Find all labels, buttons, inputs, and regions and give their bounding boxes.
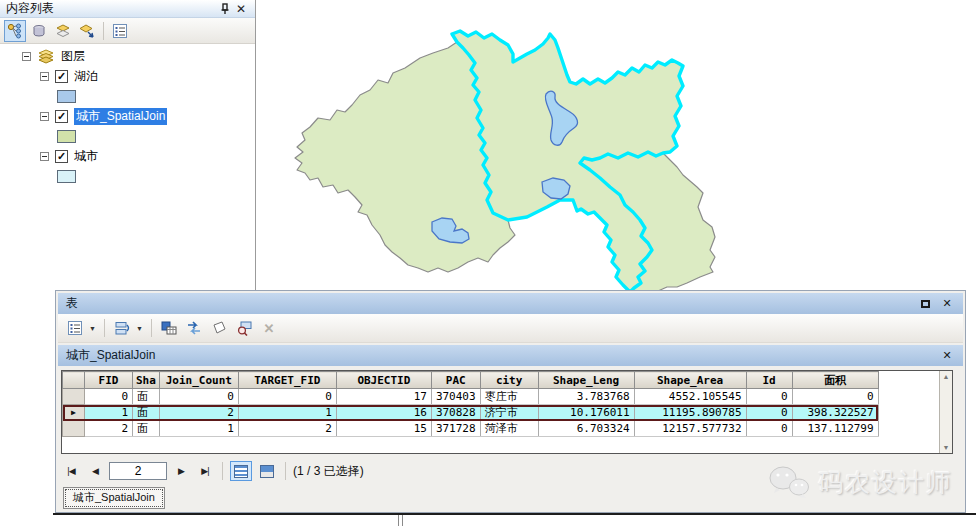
record-number-input[interactable] xyxy=(109,462,167,480)
column-header[interactable]: Join_Count xyxy=(159,372,238,389)
table-cell[interactable]: 枣庄市 xyxy=(480,389,538,405)
table-cell[interactable]: 0 xyxy=(746,405,792,421)
table-cell[interactable]: 16 xyxy=(336,405,431,421)
list-by-selection-icon[interactable] xyxy=(76,20,98,42)
table-cell[interactable]: 12157.577732 xyxy=(634,421,746,437)
table-cell[interactable]: 1 xyxy=(85,405,133,421)
pin-icon[interactable] xyxy=(217,2,233,16)
maximize-icon[interactable] xyxy=(917,296,933,311)
list-by-source-icon[interactable] xyxy=(28,20,50,42)
table-cell[interactable]: 137.112799 xyxy=(792,421,878,437)
row-indicator[interactable] xyxy=(63,389,85,405)
table-cell[interactable]: 11195.890785 xyxy=(634,405,746,421)
row-indicator[interactable]: ▶ xyxy=(63,405,85,421)
table-cell[interactable]: 济宁市 xyxy=(480,405,538,421)
toc-layer-item[interactable]: ✓湖泊 xyxy=(0,66,255,86)
collapse-icon[interactable] xyxy=(22,52,31,61)
column-header[interactable]: Sha xyxy=(133,372,160,389)
layer-label[interactable]: 城市 xyxy=(74,148,98,165)
layer-label[interactable]: 湖泊 xyxy=(74,68,98,85)
last-record-button[interactable]: ▶| xyxy=(195,462,215,480)
first-record-button[interactable]: |◀ xyxy=(61,462,81,480)
layer-symbol-swatch[interactable] xyxy=(57,130,76,143)
region-zaozhuang[interactable] xyxy=(580,152,715,292)
close-icon[interactable]: ✕ xyxy=(939,348,955,363)
collapse-icon[interactable] xyxy=(40,72,49,81)
layer-visibility-checkbox[interactable]: ✓ xyxy=(55,70,68,83)
column-header[interactable]: 面积 xyxy=(792,372,878,389)
list-by-drawing-order-icon[interactable] xyxy=(4,20,26,42)
list-by-visibility-icon[interactable] xyxy=(52,20,74,42)
dropdown-arrow-icon[interactable]: ▼ xyxy=(136,325,143,332)
table-cell[interactable]: 371728 xyxy=(431,421,480,437)
table-cell[interactable]: 15 xyxy=(336,421,431,437)
toc-root-item[interactable]: 图层 xyxy=(0,46,255,66)
clear-selection-icon[interactable] xyxy=(208,317,230,339)
close-icon[interactable]: ✕ xyxy=(233,2,249,16)
table-cell[interactable]: 面 xyxy=(133,405,160,421)
table-cell[interactable]: 0 xyxy=(85,389,133,405)
toc-layer-item[interactable]: ✓城市 xyxy=(0,146,255,166)
switch-selection-icon[interactable] xyxy=(183,317,205,339)
options-icon[interactable] xyxy=(109,20,131,42)
layer-visibility-checkbox[interactable]: ✓ xyxy=(55,110,68,123)
table-cell[interactable]: 0 xyxy=(746,389,792,405)
show-selected-records-button[interactable] xyxy=(256,461,278,481)
table-toolbar: ▼ ▼ ✕ xyxy=(58,314,963,343)
table-row[interactable]: 2面1215371728菏泽市6.70332412157.5777320137.… xyxy=(63,421,879,437)
table-cell[interactable]: 17 xyxy=(336,389,431,405)
layer-symbol-swatch[interactable] xyxy=(57,170,76,183)
column-header[interactable]: Id xyxy=(746,372,792,389)
table-cell[interactable]: 0 xyxy=(792,389,878,405)
table-cell[interactable]: 菏泽市 xyxy=(480,421,538,437)
map-view[interactable] xyxy=(258,0,976,296)
table-cell[interactable]: 1 xyxy=(159,421,238,437)
table-cell[interactable]: 0 xyxy=(159,389,238,405)
collapse-icon[interactable] xyxy=(40,112,49,121)
table-cell[interactable]: 370828 xyxy=(431,405,480,421)
collapse-icon[interactable] xyxy=(40,152,49,161)
column-header[interactable]: Shape_Leng xyxy=(538,372,634,389)
close-icon[interactable]: ✕ xyxy=(939,296,955,311)
toc-layer-item[interactable]: ✓城市_SpatialJoin xyxy=(0,106,255,126)
zoom-to-selected-icon[interactable] xyxy=(233,317,255,339)
layer-label[interactable]: 城市_SpatialJoin xyxy=(74,108,167,125)
column-header[interactable]: FID xyxy=(85,372,133,389)
table-cell[interactable]: 4552.105545 xyxy=(634,389,746,405)
select-by-attributes-icon[interactable] xyxy=(158,317,180,339)
table-cell[interactable]: 370403 xyxy=(431,389,480,405)
layer-symbol-swatch[interactable] xyxy=(57,90,76,103)
table-cell[interactable]: 面 xyxy=(133,389,160,405)
table-cell[interactable]: 2 xyxy=(159,405,238,421)
table-cell[interactable]: 2 xyxy=(85,421,133,437)
table-cell[interactable]: 6.703324 xyxy=(538,421,634,437)
table-row[interactable]: 0面0017370403枣庄市3.7837684552.10554500 xyxy=(63,389,879,405)
column-header[interactable]: Shape_Area xyxy=(634,372,746,389)
column-header[interactable]: PAC xyxy=(431,372,480,389)
column-header[interactable]: city xyxy=(480,372,538,389)
show-all-records-button[interactable] xyxy=(230,461,252,481)
table-cell[interactable]: 0 xyxy=(746,421,792,437)
previous-record-button[interactable]: ◀ xyxy=(85,462,105,480)
table-cell[interactable]: 1 xyxy=(238,405,336,421)
column-header[interactable]: OBJECTID xyxy=(336,372,431,389)
table-row[interactable]: ▶1面2116370828济宁市10.17601111195.890785039… xyxy=(63,405,879,421)
table-cell[interactable]: 面 xyxy=(133,421,160,437)
table-options-icon[interactable] xyxy=(64,317,86,339)
row-indicator[interactable] xyxy=(63,421,85,437)
next-record-button[interactable]: ▶ xyxy=(171,462,191,480)
status-divider xyxy=(398,515,399,526)
layer-visibility-checkbox[interactable]: ✓ xyxy=(55,150,68,163)
vertical-scrollbar[interactable]: ▲▼ xyxy=(939,371,952,453)
table-cell[interactable]: 398.322527 xyxy=(792,405,878,421)
dropdown-arrow-icon[interactable]: ▼ xyxy=(89,325,96,332)
column-header[interactable]: TARGET_FID xyxy=(238,372,336,389)
table-cell[interactable]: 3.783768 xyxy=(538,389,634,405)
status-divider xyxy=(402,515,403,526)
panel-splitter[interactable] xyxy=(255,0,256,290)
table-cell[interactable]: 10.176011 xyxy=(538,405,634,421)
table-cell[interactable]: 0 xyxy=(238,389,336,405)
related-tables-icon[interactable] xyxy=(111,317,133,339)
table-tab[interactable]: 城市_SpatialJoin xyxy=(63,487,165,509)
table-cell[interactable]: 2 xyxy=(238,421,336,437)
